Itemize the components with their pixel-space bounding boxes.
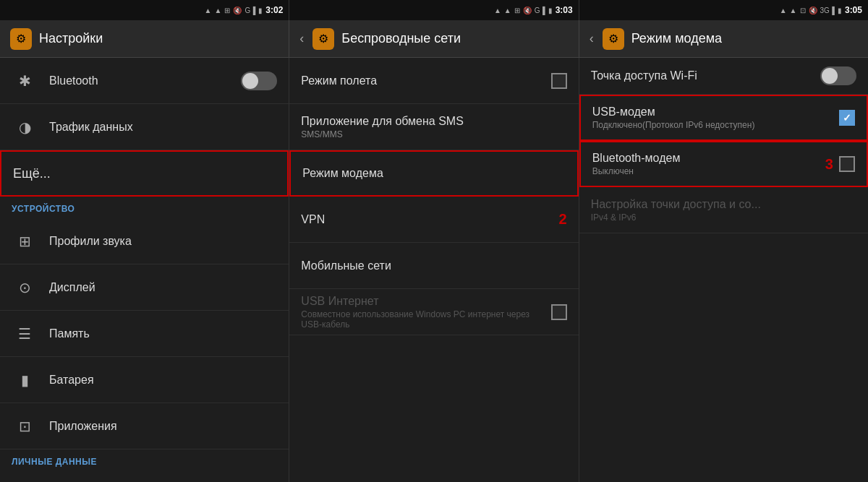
wifi-ap-toggle-knob bbox=[822, 68, 838, 84]
panel-modem: Точка доступа Wi-Fi USB-модем Подключено… bbox=[579, 58, 868, 482]
mute-icon-2: 🔇 bbox=[523, 7, 532, 14]
title-settings: Настройки bbox=[39, 31, 103, 46]
sound-profiles-label: Профили звука bbox=[49, 235, 277, 248]
signal-icon-2: G▐ bbox=[535, 7, 545, 14]
usb-internet-checkbox bbox=[551, 304, 567, 320]
battery-item-icon: ▮ bbox=[12, 367, 38, 393]
bluetooth-toggle-knob bbox=[242, 73, 258, 89]
display-item[interactable]: ⊙ Дисплей bbox=[0, 264, 289, 311]
traffic-label: Трафик данных bbox=[49, 121, 277, 134]
battery-icon-3: ▮ bbox=[838, 7, 842, 14]
title-bar-modem: ‹ ⚙ Режим модема bbox=[579, 20, 868, 57]
more-label: Ещё... bbox=[13, 166, 276, 181]
usb-internet-sublabel: Совместное использование Windows PC инте… bbox=[301, 309, 550, 330]
bluetooth-label: Bluetooth bbox=[49, 74, 241, 87]
image-icon-2: ⊞ bbox=[514, 7, 520, 14]
sms-app-label: Приложение для обмена SMS bbox=[301, 115, 566, 128]
title-modem: Режим модема bbox=[631, 31, 722, 46]
memory-label: Память bbox=[49, 327, 277, 340]
status-bars: ▲ ▲ ⊞ 🔇 G▐ ▮ 3:02 ▲ ▲ ⊞ 🔇 G▐ ▮ 3:03 ▲ ▲ … bbox=[0, 0, 868, 20]
airplane-mode-item[interactable]: Режим полета bbox=[289, 58, 578, 104]
memory-icon: ☰ bbox=[12, 321, 38, 347]
title-bar-wireless: ‹ ⚙ Беспроводные сети bbox=[289, 20, 579, 57]
alert-icon-2: ▲ bbox=[215, 7, 222, 14]
back-icon-1[interactable]: ‹ bbox=[299, 31, 304, 46]
time-1: 3:02 bbox=[265, 5, 283, 15]
usb-modem-sublabel: Подключено(Протокол IPv6 недоступен) bbox=[592, 120, 839, 130]
vpn-item[interactable]: VPN 2 bbox=[289, 197, 578, 243]
bluetooth-item[interactable]: ✱ Bluetooth bbox=[0, 58, 289, 104]
display-icon: ⊙ bbox=[12, 275, 38, 301]
apps-item[interactable]: ⊡ Приложения bbox=[0, 403, 289, 449]
settings-icon: ⚙ bbox=[10, 28, 32, 50]
status-bar-2: ▲ ▲ ⊞ 🔇 G▐ ▮ 3:03 bbox=[289, 0, 579, 20]
status-bar-3: ▲ ▲ ⊡ 🔇 3G▐ ▮ 3:05 bbox=[579, 0, 868, 20]
bt-modem-label: Bluetooth-модем bbox=[592, 152, 820, 165]
bt-modem-sublabel: Выключен bbox=[592, 166, 820, 176]
panels-container: ✱ Bluetooth ◑ Трафик данных Ещё... УСТРО… bbox=[0, 58, 868, 482]
battery-icon-1: ▮ bbox=[258, 7, 263, 14]
modem-icon: ⚙ bbox=[603, 28, 624, 50]
wifi-ap-toggle[interactable] bbox=[820, 66, 856, 85]
battery-label: Батарея bbox=[49, 374, 277, 387]
title-bar-settings: ⚙ Настройки bbox=[0, 20, 289, 57]
bluetooth-icon: ✱ bbox=[12, 68, 38, 94]
signal-icon-1: G▐ bbox=[244, 7, 255, 14]
time-2: 3:03 bbox=[556, 5, 573, 15]
memory-item[interactable]: ☰ Память bbox=[0, 311, 289, 357]
title-wireless: Беспроводные сети bbox=[341, 31, 461, 46]
panel-settings: ✱ Bluetooth ◑ Трафик данных Ещё... УСТРО… bbox=[0, 58, 289, 482]
bt-modem-item[interactable]: Bluetooth-модем Выключен 3 bbox=[579, 141, 868, 187]
display-label: Дисплей bbox=[49, 281, 277, 294]
alert-icon-5: ▲ bbox=[780, 7, 787, 14]
modem-mode-label: Режим модема bbox=[302, 167, 565, 180]
ap-settings-sublabel: IPv4 & IPv6 bbox=[591, 212, 856, 223]
sms-app-sublabel: SMS/MMS bbox=[301, 129, 566, 139]
wireless-icon: ⚙ bbox=[312, 28, 334, 50]
traffic-icon: ◑ bbox=[12, 114, 38, 140]
title-bars: ⚙ Настройки ‹ ⚙ Беспроводные сети ‹ ⚙ Ре… bbox=[0, 20, 868, 58]
usb-internet-item: USB Интернет Совместное использование Wi… bbox=[289, 289, 578, 335]
modem-mode-item[interactable]: Режим модема bbox=[289, 150, 578, 197]
usb-modem-label: USB-модем bbox=[592, 106, 839, 119]
mute-icon-1: 🔇 bbox=[233, 7, 242, 14]
time-3: 3:05 bbox=[845, 5, 862, 15]
section-device: УСТРОЙСТВО bbox=[0, 197, 289, 218]
mute-icon-3: 🔇 bbox=[809, 7, 817, 14]
airplane-mode-label: Режим полета bbox=[301, 74, 550, 87]
ap-settings-item: Настройка точки доступа и со... IPv4 & I… bbox=[579, 187, 868, 233]
vpn-badge: 2 bbox=[559, 211, 567, 228]
section-personal: ЛИЧНЫЕ ДАННЫЕ bbox=[0, 449, 289, 471]
bt-modem-checkbox[interactable] bbox=[839, 156, 855, 172]
image-icon-1: ⊞ bbox=[224, 7, 230, 14]
sound-profiles-icon: ⊞ bbox=[12, 228, 38, 254]
battery-icon-2: ▮ bbox=[548, 7, 553, 14]
more-item[interactable]: Ещё... bbox=[0, 150, 289, 197]
usb-internet-label: USB Интернет bbox=[301, 295, 550, 308]
alert-icon-1: ▲ bbox=[205, 7, 212, 14]
back-icon-2[interactable]: ‹ bbox=[590, 31, 594, 46]
wifi-ap-row[interactable]: Точка доступа Wi-Fi bbox=[579, 58, 868, 95]
battery-item[interactable]: ▮ Батарея bbox=[0, 357, 289, 403]
apps-label: Приложения bbox=[49, 420, 277, 433]
alert-icon-4: ▲ bbox=[504, 7, 511, 14]
apps-icon: ⊡ bbox=[12, 413, 38, 439]
sms-app-item[interactable]: Приложение для обмена SMS SMS/MMS bbox=[289, 104, 578, 150]
alert-icon-6: ▲ bbox=[790, 7, 797, 14]
sound-profiles-item[interactable]: ⊞ Профили звука bbox=[0, 218, 289, 264]
usb-modem-checkbox[interactable] bbox=[839, 110, 855, 126]
vpn-label: VPN bbox=[301, 213, 553, 226]
panel-wireless: Режим полета Приложение для обмена SMS S… bbox=[289, 58, 579, 482]
wifi-ap-label: Точка доступа Wi-Fi bbox=[591, 69, 820, 82]
usb-modem-item[interactable]: USB-модем Подключено(Протокол IPv6 недос… bbox=[579, 95, 868, 141]
alert-icon-3: ▲ bbox=[494, 7, 501, 14]
bt-modem-badge: 3 bbox=[825, 156, 833, 173]
bluetooth-toggle[interactable] bbox=[241, 72, 277, 90]
mobile-networks-label: Мобильные сети bbox=[301, 259, 566, 272]
ap-settings-label: Настройка точки доступа и со... bbox=[591, 198, 856, 211]
signal-icon-3: 3G▐ bbox=[820, 7, 835, 14]
mobile-networks-item[interactable]: Мобильные сети bbox=[289, 243, 578, 289]
usb-icon: ⊡ bbox=[800, 7, 806, 14]
airplane-mode-checkbox[interactable] bbox=[551, 73, 567, 89]
traffic-item[interactable]: ◑ Трафик данных bbox=[0, 104, 289, 150]
